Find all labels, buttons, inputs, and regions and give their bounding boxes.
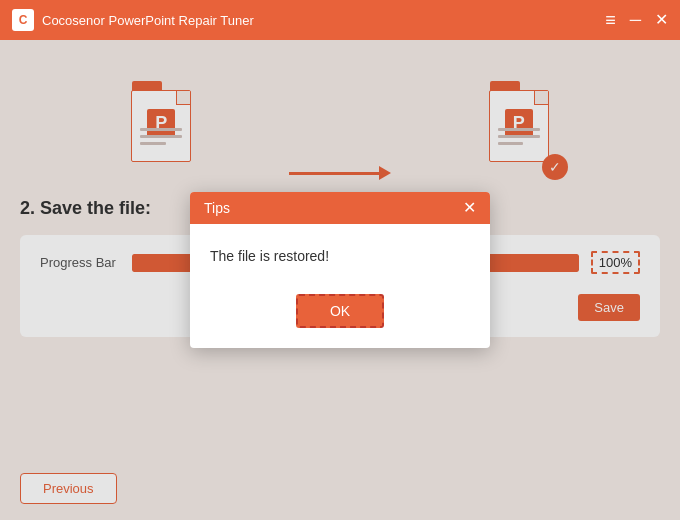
app-title: Cocosenor PowerPoint Repair Tuner xyxy=(42,13,605,28)
modal-footer: OK xyxy=(190,284,490,348)
tips-modal: Tips ✕ The file is restored! OK xyxy=(190,192,490,348)
modal-title: Tips xyxy=(204,200,230,216)
menu-icon[interactable]: ≡ xyxy=(605,11,616,29)
modal-message: The file is restored! xyxy=(210,248,329,264)
modal-overlay: Tips ✕ The file is restored! OK xyxy=(0,40,680,520)
ok-button[interactable]: OK xyxy=(296,294,384,328)
modal-close-icon[interactable]: ✕ xyxy=(463,200,476,216)
window-controls: ≡ ─ ✕ xyxy=(605,11,668,29)
modal-header: Tips ✕ xyxy=(190,192,490,224)
minimize-icon[interactable]: ─ xyxy=(630,12,641,28)
titlebar: C Cocosenor PowerPoint Repair Tuner ≡ ─ … xyxy=(0,0,680,40)
app-logo: C xyxy=(12,9,34,31)
modal-body: The file is restored! xyxy=(190,224,490,284)
close-icon[interactable]: ✕ xyxy=(655,12,668,28)
main-content: P P xyxy=(0,40,680,520)
